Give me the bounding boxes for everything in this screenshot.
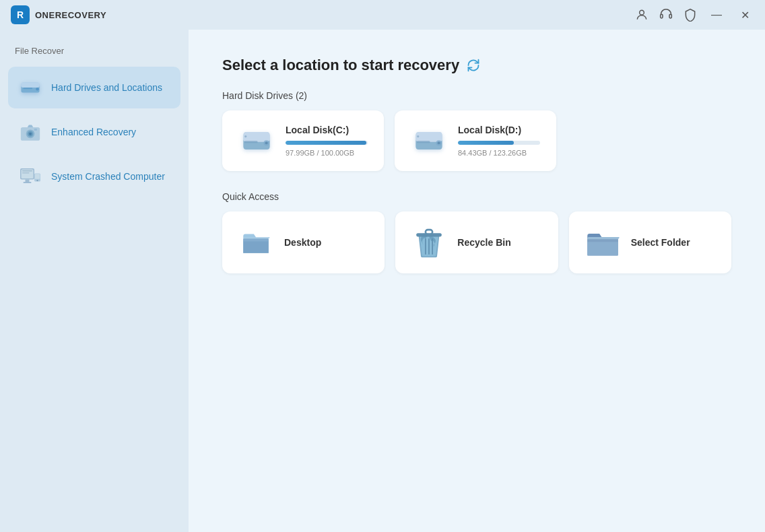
svg-rect-17: [24, 182, 32, 183]
disk-card-d[interactable]: Local Disk(D:) 84.43GB / 123.26GB: [395, 110, 556, 171]
svg-rect-2: [669, 14, 671, 18]
quick-access-cards: Desktop: [222, 211, 731, 273]
svg-rect-18: [22, 170, 32, 172]
disk-c-bar-fill: [286, 141, 366, 145]
svg-point-29: [265, 141, 268, 144]
camera-icon: [18, 119, 43, 145]
titlebar-right: — ✕: [634, 5, 754, 24]
svg-rect-1: [661, 14, 663, 18]
svg-rect-42: [426, 230, 432, 234]
sidebar-item-enhanced-label: Enhanced Recovery: [51, 126, 136, 138]
disk-c-info: Local Disk(C:) 97.99GB / 100.00GB: [286, 125, 368, 157]
page-title: Select a location to start recovery: [222, 57, 459, 74]
disk-d-bar-fill: [458, 141, 514, 145]
quick-recycle-label: Recycle Bin: [457, 237, 510, 248]
page-title-row: Select a location to start recovery: [222, 57, 731, 74]
hard-drive-icon: [18, 75, 43, 100]
app-logo: R: [11, 5, 30, 24]
desktop-folder-icon: [238, 225, 273, 260]
sidebar-item-hard-drives[interactable]: Hard Drives and Locations: [8, 67, 180, 108]
disk-d-size: 84.43GB / 123.26GB: [458, 149, 540, 157]
svg-point-22: [36, 180, 38, 181]
quick-card-desktop[interactable]: Desktop: [222, 211, 385, 273]
disk-c-name: Local Disk(C:): [286, 125, 368, 135]
disk-card-c[interactable]: Local Disk(C:) 97.99GB / 100.00GB: [222, 110, 384, 171]
svg-rect-43: [587, 239, 618, 242]
svg-rect-5: [22, 83, 40, 88]
svg-rect-37: [243, 239, 269, 241]
quick-card-select-folder[interactable]: Select Folder: [569, 211, 731, 273]
sidebar: File Recover Hard Drives and Locations: [0, 30, 189, 532]
disk-d-name: Local Disk(D:): [458, 125, 540, 135]
recycle-bin-icon: [411, 225, 446, 260]
sidebar-item-hard-drives-label: Hard Drives and Locations: [51, 81, 162, 94]
sidebar-item-crashed-label: System Crashed Computer: [51, 170, 165, 182]
svg-rect-7: [24, 88, 33, 89]
svg-rect-27: [244, 141, 258, 143]
computer-icon: [18, 164, 43, 189]
sidebar-section-label: File Recover: [8, 40, 180, 64]
user-icon[interactable]: [634, 7, 649, 22]
minimize-button[interactable]: —: [707, 5, 726, 24]
disk-d-icon: [411, 123, 447, 159]
content-area: Select a location to start recovery Hard…: [189, 30, 765, 532]
svg-rect-34: [417, 141, 430, 143]
app-name: ONERECOVERY: [35, 10, 106, 20]
main-layout: File Recover Hard Drives and Locations: [0, 30, 765, 532]
headset-icon[interactable]: [659, 7, 673, 22]
quick-card-recycle[interactable]: Recycle Bin: [395, 211, 558, 273]
quick-folder-label: Select Folder: [631, 237, 690, 248]
titlebar-left: R ONERECOVERY: [11, 5, 106, 24]
close-button[interactable]: ✕: [735, 5, 754, 24]
svg-point-36: [438, 141, 440, 144]
disk-cards-container: Local Disk(C:) 97.99GB / 100.00GB: [222, 110, 731, 171]
svg-point-0: [640, 10, 644, 15]
titlebar: R ONERECOVERY — ✕: [0, 0, 765, 30]
refresh-icon[interactable]: [466, 58, 481, 73]
svg-rect-21: [35, 174, 40, 179]
svg-point-26: [244, 135, 246, 137]
disk-d-info: Local Disk(D:) 84.43GB / 123.26GB: [458, 125, 540, 157]
disk-c-bar-track: [286, 141, 368, 145]
svg-rect-13: [34, 129, 37, 131]
sidebar-item-system-crashed[interactable]: System Crashed Computer: [8, 156, 180, 197]
disk-c-icon: [238, 123, 275, 159]
svg-point-12: [29, 133, 32, 135]
svg-rect-16: [26, 180, 30, 182]
quick-access-section-title: Quick Access: [222, 191, 731, 202]
svg-point-33: [417, 135, 419, 137]
disk-c-size: 97.99GB / 100.00GB: [286, 149, 368, 157]
hard-disk-section-title: Hard Disk Drives (2): [222, 90, 731, 101]
svg-point-6: [36, 88, 39, 91]
sidebar-item-enhanced-recovery[interactable]: Enhanced Recovery: [8, 111, 180, 153]
svg-rect-19: [22, 172, 30, 174]
shield-icon[interactable]: [683, 7, 698, 22]
disk-d-bar-track: [458, 141, 540, 145]
quick-desktop-label: Desktop: [284, 237, 321, 248]
select-folder-icon: [585, 225, 620, 260]
